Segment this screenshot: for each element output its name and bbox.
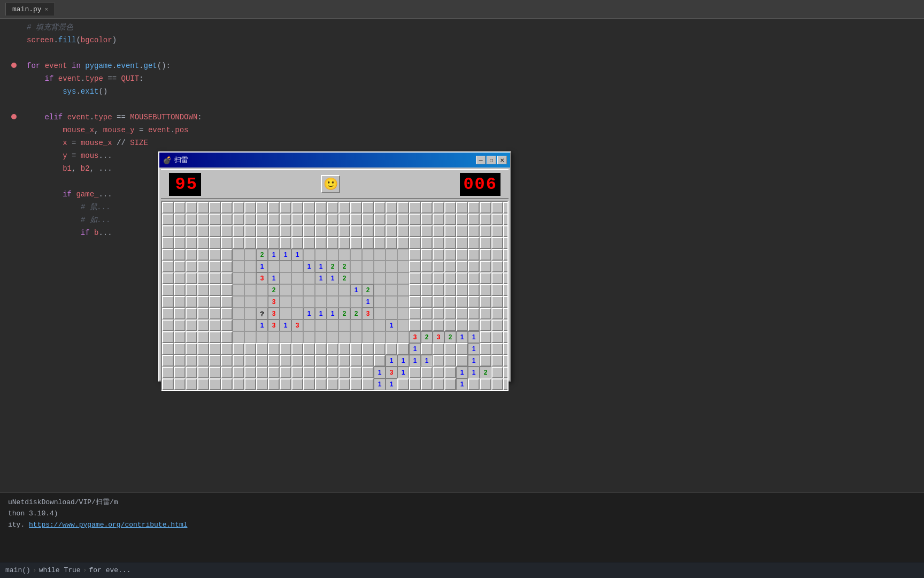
grid-cell[interactable] xyxy=(456,320,468,331)
grid-cell[interactable] xyxy=(350,320,362,331)
grid-cell[interactable] xyxy=(327,214,338,225)
grid-cell[interactable] xyxy=(397,272,409,284)
grid-cell[interactable]: 1 xyxy=(468,331,480,343)
grid-cell[interactable] xyxy=(280,237,291,249)
grid-cell[interactable] xyxy=(244,261,256,272)
grid-cell[interactable] xyxy=(444,272,456,284)
grid-cell[interactable] xyxy=(433,237,444,249)
grid-cell[interactable] xyxy=(433,214,444,225)
grid-cell[interactable] xyxy=(268,355,280,367)
grid-cell[interactable] xyxy=(327,331,338,343)
grid-cell[interactable] xyxy=(244,367,256,378)
grid-cell[interactable] xyxy=(303,272,315,284)
grid-cell[interactable] xyxy=(268,343,280,355)
grid-cell[interactable] xyxy=(491,272,503,284)
grid-cell[interactable] xyxy=(503,202,509,214)
grid-cell[interactable] xyxy=(433,367,444,378)
grid-cell[interactable] xyxy=(421,225,433,237)
grid-cell[interactable] xyxy=(409,367,421,378)
grid-cell[interactable] xyxy=(421,249,433,261)
grid-cell[interactable] xyxy=(491,296,503,308)
grid-cell[interactable] xyxy=(433,272,444,284)
grid-cell[interactable] xyxy=(233,225,244,237)
grid-cell[interactable] xyxy=(362,202,374,214)
grid-cell[interactable]: 1 xyxy=(303,261,315,272)
grid-cell[interactable] xyxy=(338,367,350,378)
grid-cell[interactable]: 1 xyxy=(291,249,303,261)
grid-cell[interactable] xyxy=(221,308,233,320)
grid-cell[interactable]: 2 xyxy=(338,261,350,272)
grid-cell[interactable] xyxy=(256,331,268,343)
grid-cell[interactable] xyxy=(280,367,291,378)
smiley-button[interactable]: 🙂 xyxy=(321,175,340,193)
grid-cell[interactable] xyxy=(503,272,509,284)
grid-cell[interactable] xyxy=(315,355,327,367)
grid-cell[interactable] xyxy=(397,320,409,331)
grid-cell[interactable] xyxy=(291,378,303,390)
grid-cell[interactable] xyxy=(162,237,174,249)
grid-cell[interactable] xyxy=(280,272,291,284)
grid-cell[interactable] xyxy=(327,225,338,237)
grid-cell[interactable] xyxy=(456,308,468,320)
grid-cell[interactable] xyxy=(197,284,209,296)
grid-cell[interactable] xyxy=(197,296,209,308)
grid-cell[interactable] xyxy=(233,367,244,378)
grid-cell[interactable] xyxy=(444,367,456,378)
grid-cell[interactable] xyxy=(221,237,233,249)
grid-cell[interactable] xyxy=(303,249,315,261)
editor-tab[interactable]: main.py × xyxy=(5,3,55,16)
grid-cell[interactable] xyxy=(468,225,480,237)
grid-cell[interactable] xyxy=(433,378,444,390)
grid-cell[interactable] xyxy=(291,225,303,237)
grid-cell[interactable] xyxy=(162,249,174,261)
grid-cell[interactable] xyxy=(444,308,456,320)
grid-cell[interactable] xyxy=(256,367,268,378)
grid-cell[interactable] xyxy=(456,343,468,355)
grid-cell[interactable]: 1 xyxy=(268,249,280,261)
grid-cell[interactable]: 1 xyxy=(397,367,409,378)
grid-cell[interactable] xyxy=(327,202,338,214)
grid-cell[interactable] xyxy=(386,331,397,343)
grid-cell[interactable] xyxy=(244,320,256,331)
grid-cell[interactable] xyxy=(362,378,374,390)
grid-cell[interactable] xyxy=(268,378,280,390)
grid-cell[interactable] xyxy=(491,378,503,390)
grid-cell[interactable] xyxy=(386,202,397,214)
minimize-button[interactable]: ─ xyxy=(476,156,486,164)
grid-cell[interactable] xyxy=(374,225,386,237)
grid-cell[interactable] xyxy=(480,225,491,237)
grid-cell[interactable] xyxy=(268,261,280,272)
grid-cell[interactable]: 2 xyxy=(362,284,374,296)
grid-cell[interactable] xyxy=(362,237,374,249)
grid-cell[interactable] xyxy=(174,367,186,378)
grid-cell[interactable] xyxy=(315,367,327,378)
grid-cell[interactable] xyxy=(362,355,374,367)
grid-cell[interactable] xyxy=(280,308,291,320)
grid-cell[interactable] xyxy=(480,272,491,284)
grid-cell[interactable] xyxy=(397,308,409,320)
grid-cell[interactable] xyxy=(162,343,174,355)
grid-cell[interactable] xyxy=(421,214,433,225)
grid-cell[interactable] xyxy=(468,296,480,308)
grid-cell[interactable] xyxy=(162,214,174,225)
grid-cell[interactable] xyxy=(397,237,409,249)
grid-cell[interactable] xyxy=(186,331,197,343)
grid-cell[interactable] xyxy=(444,284,456,296)
grid-cell[interactable] xyxy=(409,378,421,390)
grid-cell[interactable]: 1 xyxy=(327,272,338,284)
grid-cell[interactable] xyxy=(197,367,209,378)
grid-cell[interactable] xyxy=(397,284,409,296)
grid-cell[interactable]: 1 xyxy=(386,355,397,367)
grid-cell[interactable] xyxy=(480,249,491,261)
grid-cell[interactable] xyxy=(362,320,374,331)
grid-cell[interactable] xyxy=(174,296,186,308)
grid-cell[interactable] xyxy=(197,331,209,343)
grid-cell[interactable] xyxy=(268,367,280,378)
grid-cell[interactable] xyxy=(491,202,503,214)
grid-cell[interactable] xyxy=(468,261,480,272)
grid-cell[interactable] xyxy=(186,202,197,214)
grid-cell[interactable] xyxy=(209,202,221,214)
grid-cell[interactable] xyxy=(409,225,421,237)
grid-cell[interactable] xyxy=(409,237,421,249)
grid-cell[interactable] xyxy=(444,261,456,272)
